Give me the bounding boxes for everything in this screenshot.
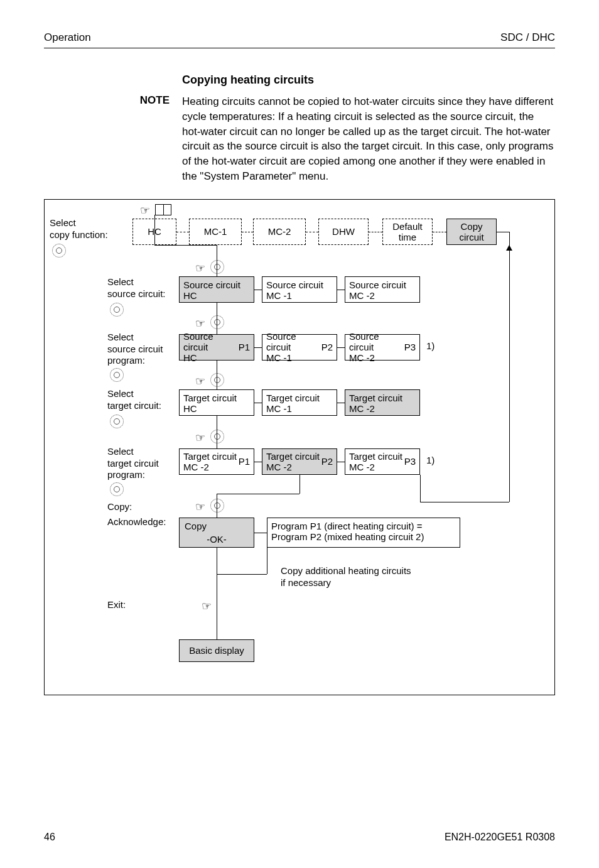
dial-icon <box>210 430 224 443</box>
src-prog-mc1-text: Source circuit MC -1 <box>266 331 321 363</box>
dial-icon <box>52 244 66 258</box>
src-prog-hc-p: P1 <box>239 342 250 352</box>
copy-ok-box: Copy -OK- <box>179 518 254 548</box>
dial-icon <box>210 499 224 513</box>
dial-icon <box>110 303 124 317</box>
section-title: Copying heating circuits <box>182 73 555 87</box>
doc-code: EN2H-0220GE51 R0308 <box>445 832 555 843</box>
hand-icon: ☞ <box>195 374 205 388</box>
row1-dhw: DHW <box>318 219 369 245</box>
src-prog-mc2-p: P3 <box>404 342 416 352</box>
dial-icon <box>210 373 224 387</box>
header-right: SDC / DHC <box>500 31 555 44</box>
note-label: NOTE <box>44 94 182 184</box>
one-note-2: 1) <box>426 455 434 467</box>
src-circ-mc1: Source circuit MC -1 <box>262 276 337 303</box>
src-prog-mc2: Source circuit MC -2 P3 <box>345 334 420 361</box>
dial-icon <box>110 415 124 428</box>
dial-icon <box>110 482 124 496</box>
src-circ-label: Select source circuit: <box>107 276 166 300</box>
dial-icon <box>210 260 224 274</box>
src-circ-hc: Source circuit HC <box>179 276 254 303</box>
hand-icon: ☞ <box>195 261 205 275</box>
tgt-prog-3: Target circuit MC -2 P3 <box>345 448 420 475</box>
copy-ok-ok: -OK- <box>207 534 227 545</box>
one-note-1: 1) <box>426 340 434 352</box>
dial-icon <box>210 315 224 329</box>
note-text: Heating circuits cannot be copied to hot… <box>182 94 555 184</box>
book-icon <box>155 203 171 215</box>
src-prog-mc1-p: P2 <box>321 342 333 352</box>
src-prog-hc: Source circuit HC P1 <box>179 334 254 361</box>
tgt-prog-2: Target circuit MC -2 P2 <box>262 448 337 475</box>
page-number: 46 <box>44 832 55 843</box>
tgt-prog-3-p: P3 <box>404 456 416 467</box>
hand-icon: ☞ <box>202 599 212 613</box>
diagram: ☞ Select copy function: HC MC-1 MC-2 DHW… <box>44 199 555 695</box>
row1-copy-circuit: Copy circuit <box>446 219 497 245</box>
hand-icon: ☞ <box>140 203 150 217</box>
dial-icon <box>110 368 124 382</box>
tgt-circ-mc1: Target circuit MC -1 <box>262 389 337 416</box>
src-prog-mc1: Source circuit MC -1 P2 <box>262 334 337 361</box>
hand-icon: ☞ <box>195 500 205 514</box>
src-prog-mc2-text: Source circuit MC -2 <box>349 331 404 363</box>
row1-mc1: MC-1 <box>189 219 242 245</box>
loop-text: Copy additional heating circuits if nece… <box>281 565 411 589</box>
tgt-circ-label: Select target circuit: <box>107 388 161 412</box>
tgt-circ-mc2: Target circuit MC -2 <box>345 389 420 416</box>
row1-default: Default time <box>382 219 433 245</box>
exit-label: Exit: <box>107 599 126 611</box>
divider <box>44 48 555 48</box>
copy-label: Copy: <box>107 501 132 513</box>
src-circ-mc2: Source circuit MC -2 <box>345 276 420 303</box>
hand-icon: ☞ <box>195 317 205 330</box>
tgt-prog-label: Select target circuit program: <box>107 446 159 481</box>
header-left: Operation <box>44 31 91 44</box>
basic-display-box: Basic display <box>179 639 254 662</box>
ack-label: Acknowledge: <box>107 516 166 528</box>
tgt-prog-3-text: Target circuit MC -2 <box>349 451 402 472</box>
copy-fn-label: Select copy function: <box>50 217 108 241</box>
copy-ok-text: Copy <box>185 521 207 531</box>
tgt-prog-1-p: P1 <box>239 456 250 467</box>
tgt-prog-2-p: P2 <box>321 456 333 467</box>
tgt-prog-2-text: Target circuit MC -2 <box>266 451 320 472</box>
result-box: Program P1 (direct heating circuit) = Pr… <box>267 518 460 548</box>
tgt-circ-hc: Target circuit HC <box>179 389 254 416</box>
row1-mc2: MC-2 <box>253 219 306 245</box>
tgt-prog-1: Target circuit MC -2 P1 <box>179 448 254 475</box>
src-prog-hc-text: Source circuit HC <box>183 331 239 363</box>
hand-icon: ☞ <box>195 431 205 445</box>
src-prog-label: Select source circuit program: <box>107 332 163 367</box>
tgt-prog-1-text: Target circuit MC -2 <box>183 451 237 472</box>
